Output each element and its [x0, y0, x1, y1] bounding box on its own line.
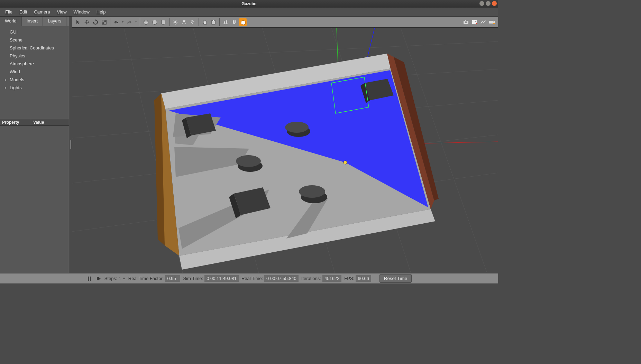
menu-bar: File Edit Camera View Window Help — [0, 8, 498, 17]
steps-dropdown-icon[interactable]: ▼ — [122, 277, 126, 280]
paste-icon[interactable] — [210, 18, 217, 26]
robot-origin — [344, 161, 347, 164]
steps-value: 1 — [119, 276, 121, 281]
redo-icon[interactable] — [126, 18, 133, 26]
window-title: Gazebo — [241, 1, 256, 6]
log-data-icon[interactable]: LOG — [471, 18, 478, 26]
svg-rect-65 — [90, 277, 91, 281]
tree-item-spherical-coordinates[interactable]: Spherical Coordinates — [5, 44, 67, 52]
svg-point-29 — [493, 22, 495, 24]
svg-point-27 — [476, 22, 477, 24]
sphere-primitive-icon[interactable] — [151, 18, 158, 26]
tree-item-scene[interactable]: Scene — [5, 36, 67, 44]
svg-rect-66 — [97, 277, 98, 280]
svg-line-10 — [174, 23, 174, 24]
rtf-value: 0.95 — [165, 275, 180, 282]
property-panel-header: Property Value — [0, 119, 69, 126]
plot-icon[interactable] — [479, 18, 487, 26]
status-bar: Steps: 1 ▼ Real Time Factor: 0.95 Sim Ti… — [0, 273, 498, 283]
undo-dropdown[interactable]: ▾ — [121, 20, 125, 24]
property-panel-body — [0, 126, 69, 273]
svg-line-11 — [177, 20, 177, 21]
box-primitive-icon[interactable] — [142, 18, 150, 26]
snap-icon[interactable] — [239, 18, 247, 26]
menu-file[interactable]: File — [2, 8, 16, 16]
svg-point-53 — [285, 122, 309, 133]
panel-splitter[interactable] — [69, 17, 72, 273]
scale-icon[interactable] — [100, 18, 108, 26]
tree-item-lights[interactable]: Lights — [5, 84, 67, 92]
pause-button[interactable] — [86, 276, 93, 282]
render-viewport[interactable] — [72, 28, 498, 273]
tree-item-wind[interactable]: Wind — [5, 68, 67, 76]
property-column-value: Value — [31, 119, 46, 125]
snap-magnet-icon[interactable] — [230, 18, 238, 26]
realtime-value: 0 00:07:55.840 — [264, 275, 299, 282]
title-bar: Gazebo — [0, 0, 498, 8]
reset-time-button[interactable]: Reset Time — [379, 274, 412, 283]
svg-point-3 — [174, 21, 176, 23]
svg-line-8 — [174, 20, 174, 21]
menu-edit[interactable]: Edit — [16, 8, 30, 16]
left-panel-tabs: World Insert Layers — [0, 17, 69, 26]
svg-point-1 — [153, 20, 157, 24]
spot-light-icon[interactable] — [180, 18, 188, 26]
svg-point-55 — [236, 155, 261, 167]
svg-rect-16 — [204, 21, 207, 24]
fps-value: 60.66 — [356, 275, 371, 282]
translate-icon[interactable] — [83, 18, 91, 26]
record-video-icon[interactable] — [488, 18, 496, 26]
svg-point-23 — [465, 21, 467, 23]
left-panel: World Insert Layers GUI Scene Spherical … — [0, 17, 69, 273]
svg-rect-20 — [224, 21, 225, 24]
cylinder-primitive-icon[interactable] — [159, 18, 167, 26]
close-button[interactable] — [492, 1, 497, 6]
minimize-button[interactable] — [479, 1, 484, 6]
undo-icon[interactable] — [112, 18, 120, 26]
fps-label: FPS: — [344, 276, 354, 281]
viewport-canvas[interactable] — [72, 28, 498, 273]
world-tree: GUI Scene Spherical Coordinates Physics … — [0, 26, 69, 94]
rotate-icon[interactable] — [92, 18, 99, 26]
steps-label: Steps: — [104, 276, 117, 281]
step-button[interactable] — [95, 276, 102, 282]
svg-line-9 — [177, 23, 177, 24]
iterations-label: Iterations: — [301, 276, 321, 281]
window-controls — [479, 1, 497, 6]
rtf-label: Real Time Factor: — [128, 276, 164, 281]
directional-light-icon[interactable] — [189, 18, 196, 26]
tree-item-physics[interactable]: Physics — [5, 52, 67, 60]
tree-item-gui[interactable]: GUI — [5, 28, 67, 36]
property-column-name: Property — [0, 119, 31, 125]
menu-window[interactable]: Window — [71, 8, 93, 16]
copy-icon[interactable] — [201, 18, 209, 26]
redo-dropdown[interactable]: ▾ — [134, 20, 138, 24]
align-icon[interactable] — [222, 18, 229, 26]
menu-help[interactable]: Help — [93, 8, 109, 16]
svg-rect-24 — [465, 20, 466, 21]
svg-rect-18 — [213, 20, 214, 21]
menu-view[interactable]: View — [54, 8, 70, 16]
screenshot-icon[interactable] — [462, 18, 470, 26]
tab-layers[interactable]: Layers — [43, 17, 66, 26]
simtime-value: 0 00:11:49.081 — [204, 275, 239, 282]
svg-rect-28 — [489, 21, 493, 24]
point-light-icon[interactable] — [172, 18, 179, 26]
tree-item-models[interactable]: Models — [5, 76, 67, 84]
svg-rect-64 — [88, 277, 89, 281]
simtime-label: Sim Time: — [183, 276, 203, 281]
main-toolbar: ▾ ▾ — [72, 17, 498, 28]
tab-insert[interactable]: Insert — [22, 17, 43, 26]
svg-point-57 — [299, 185, 325, 198]
tab-world[interactable]: World — [0, 17, 22, 26]
iterations-value: 451622 — [322, 275, 341, 282]
menu-camera[interactable]: Camera — [31, 8, 53, 16]
select-arrow-icon[interactable] — [74, 18, 82, 26]
svg-rect-21 — [226, 20, 227, 24]
maximize-button[interactable] — [486, 1, 491, 6]
realtime-label: Real Time: — [241, 276, 263, 281]
tree-item-atmosphere[interactable]: Atmosphere — [5, 60, 67, 68]
svg-text:LOG: LOG — [473, 20, 477, 22]
